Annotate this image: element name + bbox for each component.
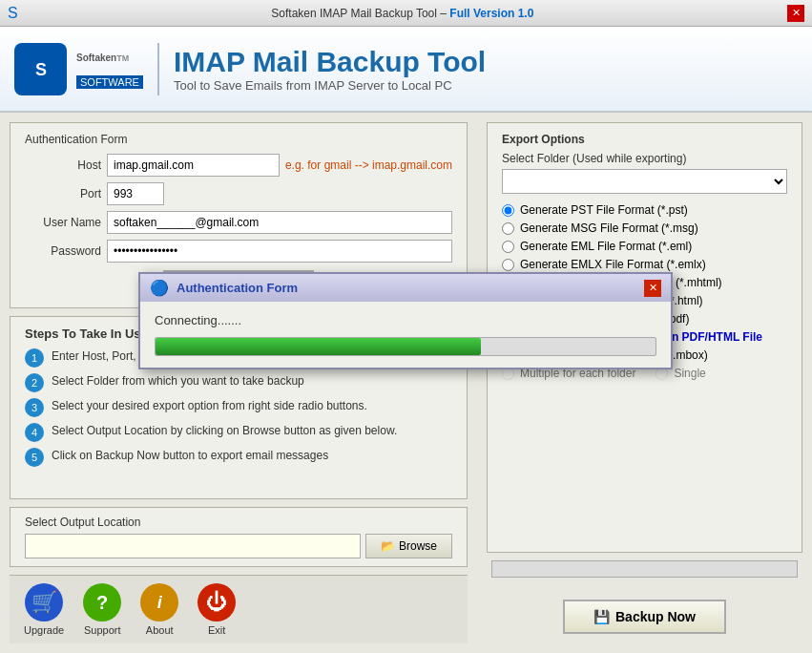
output-path-input[interactable] <box>25 534 361 558</box>
titlebar: S Softaken IMAP Mail Backup Tool – Full … <box>0 0 812 27</box>
exit-icon: ⏻ <box>198 583 236 621</box>
format-msg-label: Generate MSG File Format (*.msg) <box>520 221 698 235</box>
format-eml-radio[interactable] <box>502 241 514 253</box>
format-msg-radio[interactable] <box>502 222 514 235</box>
format-msg-row: Generate MSG File Format (*.msg) <box>502 221 787 235</box>
folder-label: Select Folder (Used while exporting) <box>502 152 787 165</box>
output-title: Select Output Location <box>25 516 452 529</box>
support-icon: ? <box>83 583 121 621</box>
step-item-2: 2 Select Folder from which you want to t… <box>25 373 452 392</box>
folder-select[interactable] <box>502 169 787 194</box>
password-input[interactable] <box>107 240 452 263</box>
logo-area: S SoftakenTM SOFTWARE <box>14 43 159 95</box>
about-icon: i <box>140 583 178 621</box>
host-row: Host e.g. for gmail --> imap.gmail.com <box>25 154 452 177</box>
step-text-4: Select Output Location by clicking on Br… <box>52 423 397 439</box>
backup-button-label: Backup Now <box>615 609 696 624</box>
backup-now-button[interactable]: 💾 Backup Now <box>563 600 726 634</box>
folder-icon: 📂 <box>381 539 395 553</box>
logo-icon: S <box>14 43 67 95</box>
about-button[interactable]: i About <box>140 583 178 636</box>
host-input[interactable] <box>107 154 280 177</box>
format-eml-label: Generate EML File Format (*.eml) <box>520 240 692 253</box>
step-item-5: 5 Click on Backup Now button to export e… <box>25 448 452 467</box>
port-label: Port <box>25 187 101 200</box>
port-row: Port <box>25 182 452 205</box>
username-label: User Name <box>25 216 101 229</box>
format-emlx-label: Generate EMLX File Format (*.emlx) <box>520 258 706 271</box>
left-panel: Authentication Form Host e.g. for gmail … <box>0 113 477 653</box>
close-button[interactable]: ✕ <box>787 5 804 22</box>
progress-bar-fill <box>156 338 481 355</box>
right-panel: Export Options Select Folder (Used while… <box>477 113 812 653</box>
dialog-title-left: 🔵 Authentication Form <box>150 279 298 297</box>
host-label: Host <box>25 158 101 172</box>
output-row: 📂 Browse <box>25 534 452 558</box>
gmail-hint: e.g. for gmail --> imap.gmail.com <box>285 158 452 172</box>
export-title: Export Options <box>502 133 787 146</box>
format-emlx-row: Generate EMLX File Format (*.emlx) <box>502 258 787 271</box>
username-row: User Name <box>25 211 452 234</box>
auth-dialog[interactable]: 🔵 Authentication Form ✕ Connecting......… <box>138 272 673 369</box>
step-item-4: 4 Select Output Location by clicking on … <box>25 423 452 442</box>
browse-button[interactable]: 📂 Browse <box>365 534 452 558</box>
dialog-close-button[interactable]: ✕ <box>644 280 661 297</box>
step-item-3: 3 Select your desired export option from… <box>25 398 452 417</box>
backup-area: 💾 Backup Now <box>487 590 802 643</box>
auth-form-title: Authentication Form <box>25 133 452 146</box>
single-label: Single <box>674 367 705 380</box>
upgrade-button[interactable]: 🛒 Upgrade <box>24 583 64 636</box>
port-input[interactable] <box>107 182 164 205</box>
support-button[interactable]: ? Support <box>83 583 121 636</box>
header-right: IMAP Mail Backup Tool Tool to Save Email… <box>174 46 486 93</box>
password-row: Password <box>25 240 452 263</box>
header: S SoftakenTM SOFTWARE IMAP Mail Backup T… <box>0 27 812 113</box>
main-content: Authentication Form Host e.g. for gmail … <box>0 113 812 653</box>
app-icon: S <box>8 5 18 22</box>
output-box: Select Output Location 📂 Browse <box>10 507 468 567</box>
format-eml-row: Generate EML File Format (*.eml) <box>502 240 787 253</box>
progress-track <box>491 560 798 578</box>
format-pst-row: Generate PST File Format (*.pst) <box>502 203 787 217</box>
password-label: Password <box>25 244 101 258</box>
logo-sub: SOFTWARE <box>76 75 143 89</box>
step-text-3: Select your desired export option from r… <box>52 398 367 414</box>
svg-text:S: S <box>34 60 46 79</box>
exit-button[interactable]: ⏻ Exit <box>198 583 236 636</box>
dialog-titlebar: 🔵 Authentication Form ✕ <box>140 274 671 302</box>
connecting-text: Connecting....... <box>155 313 656 327</box>
dialog-body: Connecting....... <box>140 302 671 368</box>
format-pst-label: Generate PST File Format (*.pst) <box>520 203 688 217</box>
upgrade-icon: 🛒 <box>25 583 63 621</box>
app-title: IMAP Mail Backup Tool <box>174 46 486 78</box>
progress-section <box>487 560 802 582</box>
username-input[interactable] <box>107 211 452 234</box>
step-text-5: Click on Backup Now button to export ema… <box>52 448 328 464</box>
titlebar-title: Softaken IMAP Mail Backup Tool – Full Ve… <box>18 7 787 20</box>
bottom-bar: 🛒 Upgrade ? Support i About ⏻ Exit <box>10 575 468 643</box>
backup-icon: 💾 <box>593 609 610 624</box>
brand-name: Softaken <box>76 53 116 63</box>
logo-text: SoftakenTM SOFTWARE <box>76 49 143 89</box>
dialog-title: Authentication Form <box>177 281 298 295</box>
browse-label: Browse <box>399 539 437 553</box>
dialog-icon: 🔵 <box>150 279 169 297</box>
format-emlx-radio[interactable] <box>502 259 514 271</box>
progress-bar-container <box>155 337 656 356</box>
format-pst-radio[interactable] <box>502 204 514 217</box>
app-subtitle: Tool to Save Emails from IMAP Server to … <box>174 78 486 93</box>
step-text-2: Select Folder from which you want to tak… <box>52 373 304 390</box>
